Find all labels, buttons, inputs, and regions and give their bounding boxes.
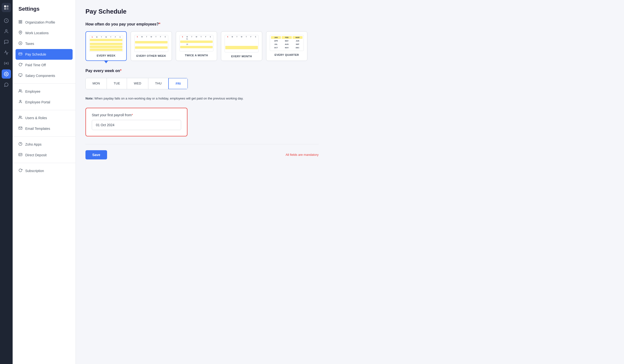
nav-dashboard[interactable] <box>2 16 11 25</box>
day-btn-fri[interactable]: FRI <box>168 78 188 89</box>
sidebar-label-direct-deposit: Direct Deposit <box>25 153 47 157</box>
frequency-cards: SMTWTFS EVERY WEEK <box>85 31 614 61</box>
sidebar-title: Settings <box>13 6 76 17</box>
every-other-week-calendar: SMTWTFS <box>134 35 168 52</box>
page-title: Pay Schedule <box>85 8 614 15</box>
nav-chat[interactable] <box>2 80 11 89</box>
day-btn-tue[interactable]: TUE <box>107 78 127 89</box>
icon-bar <box>0 0 13 364</box>
freq-card-every-quarter[interactable]: JAN FEB MAR APR MAY JUN JUL AUG SEP OCT … <box>266 31 307 61</box>
svg-rect-13 <box>19 22 20 23</box>
svg-rect-3 <box>6 8 8 10</box>
sidebar-item-salary-components[interactable]: Salary Components <box>13 70 76 81</box>
sidebar: Settings Organization Profile Work Locat… <box>13 0 76 364</box>
sidebar-label-taxes: Taxes <box>25 42 34 46</box>
sidebar-label-org-profile: Organization Profile <box>25 20 55 24</box>
nav-messages[interactable] <box>2 37 11 47</box>
sidebar-item-employee[interactable]: Employee <box>13 86 76 97</box>
sidebar-label-work-locations: Work Locations <box>25 31 49 35</box>
main-content: Pay Schedule How often do you pay your e… <box>76 0 624 364</box>
sidebar-item-taxes[interactable]: Taxes <box>13 38 76 49</box>
svg-point-8 <box>6 63 7 64</box>
sidebar-label-users-roles: Users & Roles <box>25 116 47 120</box>
day-btn-wed[interactable]: WED <box>127 78 148 89</box>
sidebar-label-pay-schedule: Pay Schedule <box>25 52 46 56</box>
payroll-label: Start your first payroll from* <box>92 113 181 117</box>
sidebar-item-subscription[interactable]: Subscription <box>13 166 76 176</box>
freq-label-every-other-week: EVERY OTHER WEEK <box>136 54 166 57</box>
freq-card-every-month[interactable]: SMTWTFS EVERY MONTH <box>221 31 262 61</box>
sidebar-label-zoho-apps: Zoho Apps <box>25 143 42 146</box>
sidebar-item-paid-time-off[interactable]: Paid Time Off <box>13 60 76 70</box>
paid-time-off-icon <box>19 63 22 68</box>
employee-icon <box>19 89 22 94</box>
svg-point-24 <box>20 100 21 101</box>
every-week-calendar: SMTWTFS <box>89 35 123 52</box>
direct-deposit-icon <box>19 153 22 157</box>
note-text: Note: When payday falls on a non-working… <box>85 96 614 101</box>
every-month-calendar: SMTWTFS <box>225 35 259 52</box>
app-logo <box>2 3 11 12</box>
freq-label-every-quarter: EVERY QUARTER <box>275 53 299 56</box>
taxes-icon <box>19 41 22 46</box>
nav-settings[interactable] <box>2 69 11 79</box>
sidebar-item-pay-schedule[interactable]: Pay Schedule <box>16 49 73 60</box>
sidebar-label-employee-portal: Employee Portal <box>25 100 50 104</box>
pay-schedule-icon <box>19 52 22 57</box>
sidebar-label-paid-time-off: Paid Time Off <box>25 63 46 67</box>
freq-label-twice-a-month: TWICE A MONTH <box>185 54 208 57</box>
freq-card-every-week[interactable]: SMTWTFS EVERY WEEK <box>85 31 127 61</box>
sidebar-item-email-templates[interactable]: Email Templates <box>13 123 76 134</box>
nav-analytics[interactable] <box>2 48 11 57</box>
users-roles-icon <box>19 116 22 120</box>
sidebar-item-org-profile[interactable]: Organization Profile <box>13 17 76 28</box>
day-btn-thu[interactable]: THU <box>148 78 169 89</box>
svg-point-25 <box>19 116 20 117</box>
svg-rect-1 <box>6 5 8 7</box>
save-row: Save All fields are mandatory <box>85 150 318 159</box>
sidebar-divider-2 <box>13 110 76 110</box>
sidebar-item-direct-deposit[interactable]: Direct Deposit <box>13 150 76 160</box>
svg-rect-0 <box>4 5 6 7</box>
sidebar-divider-1 <box>13 83 76 84</box>
svg-rect-10 <box>19 20 20 22</box>
nav-tools[interactable] <box>2 59 11 68</box>
every-quarter-calendar: JAN FEB MAR APR MAY JUN JUL AUG SEP OCT … <box>270 35 304 51</box>
sidebar-item-users-roles[interactable]: Users & Roles <box>13 113 76 123</box>
org-profile-icon <box>19 20 22 25</box>
sidebar-item-work-locations[interactable]: Work Locations <box>13 28 76 38</box>
day-btn-mon[interactable]: MON <box>86 78 107 89</box>
svg-rect-28 <box>19 153 22 156</box>
svg-rect-20 <box>19 74 22 76</box>
svg-rect-18 <box>19 53 22 55</box>
day-question-label: Pay every week on* <box>85 69 614 73</box>
svg-point-14 <box>20 32 21 33</box>
email-templates-icon <box>19 126 22 131</box>
freq-card-every-other-week[interactable]: SMTWTFS EVERY OTHER WEEK <box>131 31 172 61</box>
freq-label-every-month: EVERY MONTH <box>231 55 252 58</box>
payroll-date-input[interactable] <box>92 120 181 130</box>
svg-rect-12 <box>21 22 22 23</box>
sidebar-label-salary-components: Salary Components <box>25 74 55 78</box>
save-button[interactable]: Save <box>85 150 107 159</box>
svg-point-7 <box>6 30 7 31</box>
selected-arrow <box>104 60 108 63</box>
sidebar-label-email-templates: Email Templates <box>25 127 50 131</box>
sidebar-item-employee-portal[interactable]: Employee Portal <box>13 97 76 107</box>
svg-line-6 <box>6 21 7 21</box>
nav-people[interactable] <box>2 27 11 36</box>
payroll-start-section: Start your first payroll from* <box>85 108 187 136</box>
mandatory-note: All fields are mandatory <box>286 153 318 157</box>
svg-rect-11 <box>21 20 22 22</box>
sidebar-divider-4 <box>13 163 76 163</box>
employee-portal-icon <box>19 100 22 105</box>
sidebar-divider-3 <box>13 136 76 137</box>
sidebar-label-subscription: Subscription <box>25 169 44 173</box>
freq-label-every-week: EVERY WEEK <box>97 54 116 57</box>
sidebar-item-zoho-apps[interactable]: Zoho Apps <box>13 139 76 150</box>
work-locations-icon <box>19 31 22 35</box>
zoho-apps-icon <box>19 142 22 147</box>
freq-card-twice-a-month[interactable]: SMTWTFS 01 16 <box>176 31 217 61</box>
svg-point-23 <box>19 90 20 91</box>
freq-question-label: How often do you pay your employees?* <box>85 22 614 26</box>
